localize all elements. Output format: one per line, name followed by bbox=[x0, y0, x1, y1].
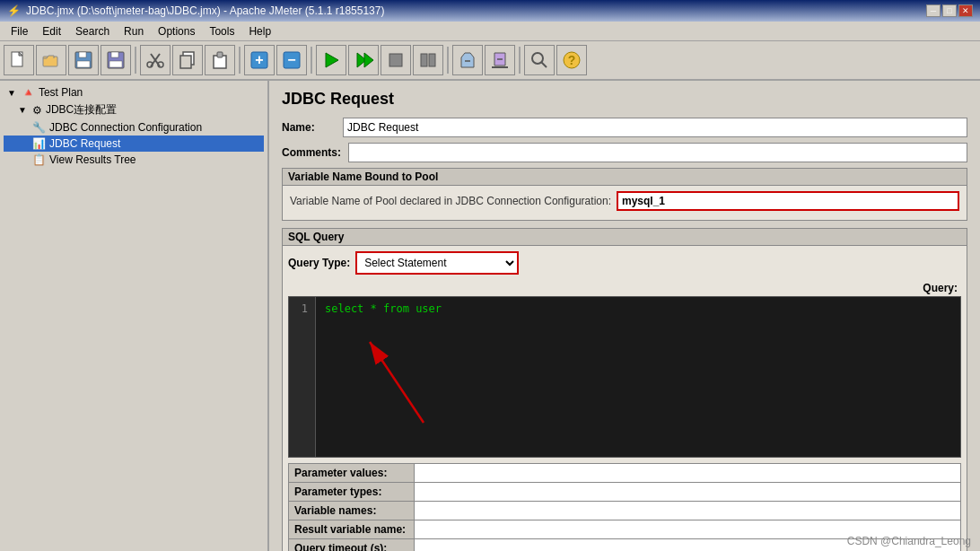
view-results-label: View Results Tree bbox=[49, 153, 136, 166]
toolbar-save-button[interactable] bbox=[68, 45, 99, 75]
maximize-button[interactable]: □ bbox=[942, 4, 957, 17]
menu-edit[interactable]: Edit bbox=[35, 23, 68, 39]
tree-item-jdbc-request[interactable]: 📊 JDBC Request bbox=[4, 136, 264, 152]
params-value-0[interactable] bbox=[415, 464, 961, 483]
svg-marker-22 bbox=[364, 53, 373, 67]
query-label: Query: bbox=[923, 282, 958, 294]
jdbc-config-icon: ⚙ bbox=[32, 104, 42, 117]
main-layout: ▼ 🔺 Test Plan ▼ ⚙ JDBC连接配置 🔧 JDBC Connec… bbox=[0, 81, 980, 551]
toolbar-stop-button[interactable] bbox=[381, 45, 411, 75]
toolbar-paste-button[interactable] bbox=[205, 45, 235, 75]
query-code-area[interactable]: select * from user bbox=[316, 297, 960, 457]
toolbar-run-button[interactable] bbox=[316, 45, 346, 75]
name-row: Name: bbox=[282, 118, 967, 137]
toolbar-search-button[interactable] bbox=[524, 45, 555, 75]
menu-bar: File Edit Search Run Options Tools Help bbox=[0, 22, 980, 41]
svg-rect-6 bbox=[111, 52, 118, 57]
jdbc-connection-icon: 🔧 bbox=[32, 121, 46, 134]
jdbc-connection-label: JDBC Connection Configuration bbox=[49, 121, 202, 134]
menu-file[interactable]: File bbox=[4, 23, 35, 39]
menu-run[interactable]: Run bbox=[117, 23, 151, 39]
tree-item-test-plan[interactable]: ▼ 🔺 Test Plan bbox=[4, 84, 264, 101]
toolbar-sep-4 bbox=[447, 47, 449, 74]
tree-item-jdbc-config[interactable]: ▼ ⚙ JDBC连接配置 bbox=[4, 101, 264, 119]
line-numbers: 1 bbox=[289, 297, 316, 457]
svg-text:?: ? bbox=[568, 53, 576, 67]
name-input[interactable] bbox=[343, 118, 967, 137]
menu-search[interactable]: Search bbox=[68, 23, 117, 39]
query-editor: 1 select * from user bbox=[288, 296, 961, 458]
toolbar-clear-button[interactable] bbox=[452, 45, 483, 75]
pool-section-body: Variable Name of Pool declared in JDBC C… bbox=[283, 186, 967, 220]
menu-options[interactable]: Options bbox=[151, 23, 202, 39]
params-value-input-1[interactable] bbox=[420, 485, 955, 498]
svg-text:+: + bbox=[255, 52, 263, 67]
line-number-1: 1 bbox=[296, 302, 308, 315]
right-panel: JDBC Request Name: Comments: Variable Na… bbox=[269, 81, 980, 551]
pool-section-header: Variable Name Bound to Pool bbox=[283, 169, 967, 186]
toolbar-remove-button[interactable]: − bbox=[276, 45, 307, 75]
sql-section: SQL Query Query Type: Select Statement U… bbox=[282, 228, 967, 551]
jdbc-request-icon: 📊 bbox=[32, 137, 46, 150]
svg-rect-25 bbox=[429, 54, 435, 66]
title-bar-left: ⚡ JDBC.jmx (D:\soft\jmeter-bag\JDBC.jmx)… bbox=[7, 4, 384, 17]
pool-variable-input[interactable] bbox=[617, 191, 959, 211]
tree-arrow-jdbc-config: ▼ bbox=[18, 105, 27, 115]
svg-rect-7 bbox=[109, 61, 122, 67]
toolbar-help-button[interactable]: ? bbox=[556, 45, 587, 75]
params-row-2: Variable names: bbox=[289, 502, 961, 520]
svg-rect-3 bbox=[79, 52, 86, 57]
query-type-select[interactable]: Select Statement Update Statement Callab… bbox=[357, 253, 517, 273]
toolbar-add-button[interactable]: + bbox=[244, 45, 275, 75]
menu-help[interactable]: Help bbox=[241, 23, 278, 39]
query-code: select * from user bbox=[316, 297, 960, 320]
window-title: JDBC.jmx (D:\soft\jmeter-bag\JDBC.jmx) -… bbox=[26, 4, 384, 17]
params-value-1[interactable] bbox=[415, 483, 961, 502]
svg-rect-15 bbox=[217, 52, 223, 57]
comments-label: Comments: bbox=[282, 146, 341, 159]
app-icon: ⚡ bbox=[7, 4, 21, 17]
params-value-2[interactable] bbox=[415, 502, 961, 520]
params-value-input-0[interactable] bbox=[420, 467, 955, 479]
toolbar-sep-2 bbox=[239, 47, 241, 74]
tree-item-view-results[interactable]: 📋 View Results Tree bbox=[4, 152, 264, 168]
pool-field-label: Variable Name of Pool declared in JDBC C… bbox=[290, 195, 611, 207]
params-label-1: Parameter types: bbox=[289, 483, 415, 502]
watermark: CSDN @Chiandra_Leong bbox=[847, 535, 971, 547]
toolbar-sep-5 bbox=[519, 47, 521, 74]
close-button[interactable]: ✕ bbox=[958, 4, 973, 17]
pool-field-row: Variable Name of Pool declared in JDBC C… bbox=[290, 191, 959, 211]
red-arrow-annotation bbox=[352, 324, 459, 432]
toolbar-start-button[interactable] bbox=[348, 45, 379, 75]
toolbar-copy-button[interactable] bbox=[172, 45, 203, 75]
params-value-input-2[interactable] bbox=[420, 504, 955, 517]
comments-row: Comments: bbox=[282, 143, 967, 162]
left-panel: ▼ 🔺 Test Plan ▼ ⚙ JDBC连接配置 🔧 JDBC Connec… bbox=[0, 81, 269, 551]
jdbc-config-label: JDBC连接配置 bbox=[46, 102, 117, 118]
sql-section-body: Query Type: Select Statement Update Stat… bbox=[283, 246, 967, 551]
toolbar-new-button[interactable] bbox=[4, 45, 34, 75]
toolbar-stopnow-button[interactable] bbox=[413, 45, 443, 75]
toolbar-clearall-button[interactable] bbox=[485, 45, 515, 75]
query-label-row: Query: bbox=[288, 282, 961, 294]
params-value-input-3[interactable] bbox=[420, 523, 955, 536]
params-label-2: Variable names: bbox=[289, 502, 415, 520]
comments-input[interactable] bbox=[348, 143, 967, 162]
toolbar-sep-3 bbox=[311, 47, 312, 74]
panel-title: JDBC Request bbox=[282, 90, 967, 109]
svg-marker-20 bbox=[326, 53, 338, 67]
sql-section-header: SQL Query bbox=[283, 229, 967, 246]
minimize-button[interactable]: ─ bbox=[926, 4, 941, 17]
jdbc-request-label: JDBC Request bbox=[49, 137, 120, 150]
toolbar-sep-1 bbox=[135, 47, 136, 74]
toolbar-open-button[interactable] bbox=[36, 45, 66, 75]
toolbar-saveas-button[interactable] bbox=[101, 45, 131, 75]
params-label-0: Parameter values: bbox=[289, 464, 415, 483]
tree-item-jdbc-connection[interactable]: 🔧 JDBC Connection Configuration bbox=[4, 119, 264, 136]
toolbar-cut-button[interactable] bbox=[140, 45, 171, 75]
params-row-1: Parameter types: bbox=[289, 483, 961, 502]
svg-line-29 bbox=[541, 62, 547, 67]
menu-tools[interactable]: Tools bbox=[202, 23, 241, 39]
svg-rect-24 bbox=[421, 54, 427, 66]
tree-arrow-test-plan: ▼ bbox=[7, 88, 16, 98]
